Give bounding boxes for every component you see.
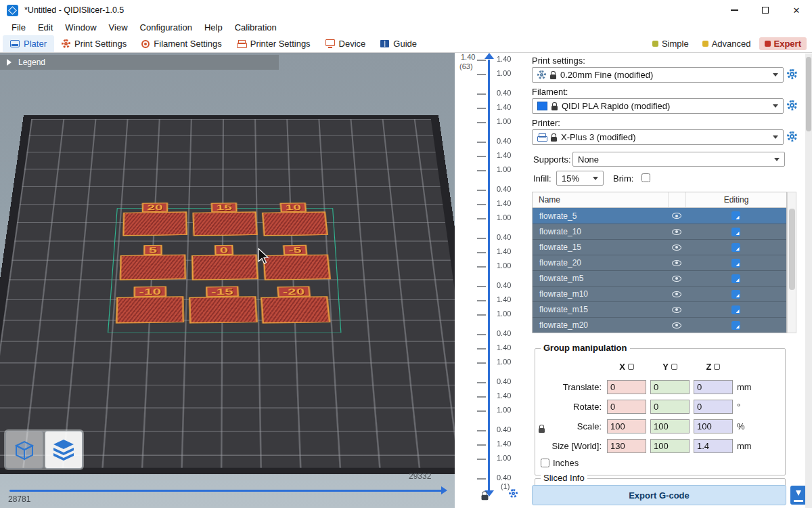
scale-z-input[interactable] — [694, 419, 733, 433]
editing-icon[interactable] — [731, 259, 740, 268]
mode-simple[interactable]: Simple — [647, 37, 694, 50]
scale-x-input[interactable] — [607, 419, 646, 433]
export-gcode-label: Export G-code — [629, 490, 690, 501]
menu-item-edit[interactable]: Edit — [32, 20, 59, 35]
tab-plater[interactable]: Plater — [3, 35, 54, 52]
editor-view-button[interactable] — [5, 431, 43, 469]
world-coords-icon[interactable] — [671, 364, 677, 370]
rotate-z-input[interactable] — [694, 400, 733, 414]
horizontal-slider-handle[interactable] — [441, 486, 447, 494]
edit-filament-gear-icon[interactable] — [787, 100, 797, 110]
menu-item-help[interactable]: Help — [198, 20, 229, 35]
preview-view-button[interactable] — [45, 431, 83, 469]
flow-patch[interactable]: -10 — [116, 296, 184, 323]
translate-x-input[interactable] — [607, 380, 646, 394]
infill-combo[interactable]: 15% — [556, 171, 604, 186]
editing-icon[interactable] — [731, 274, 740, 283]
object-row[interactable]: flowrate_15 — [533, 239, 786, 255]
editing-icon[interactable] — [731, 211, 740, 220]
object-row[interactable]: flowrate_10 — [533, 224, 786, 239]
world-coords-icon[interactable] — [714, 364, 720, 370]
brim-checkbox[interactable] — [641, 173, 650, 182]
minimize-button[interactable] — [719, 0, 750, 20]
translate-y-input[interactable] — [650, 380, 690, 394]
editing-icon[interactable] — [731, 321, 740, 330]
object-list-scrollbar[interactable] — [787, 192, 796, 333]
size-y-input[interactable] — [650, 439, 690, 453]
build-plate[interactable]: 20151050-5-10-15-20 — [0, 115, 455, 474]
mode-advanced[interactable]: Advanced — [697, 37, 757, 50]
horizontal-slider[interactable] — [9, 490, 443, 492]
layer-slider[interactable] — [488, 60, 490, 490]
layer-tick — [477, 218, 486, 219]
visibility-eye-icon[interactable] — [672, 307, 681, 313]
flow-patch[interactable]: 10 — [262, 211, 328, 236]
sidebar-scrollbar[interactable] — [805, 54, 812, 508]
export-gcode-button[interactable]: Export G-code — [532, 485, 786, 505]
flow-patch[interactable]: 5 — [120, 255, 186, 280]
object-row[interactable]: flowrate_m20 — [533, 317, 786, 333]
visibility-eye-icon[interactable] — [672, 229, 681, 235]
tab-filament-settings[interactable]: Filament Settings — [134, 35, 229, 52]
menu-item-view[interactable]: View — [103, 20, 134, 35]
flow-patch[interactable]: 15 — [193, 211, 258, 236]
size-z-input[interactable] — [694, 439, 733, 453]
tab-print-settings[interactable]: Print Settings — [54, 35, 134, 52]
layer-gear-icon[interactable] — [509, 489, 518, 498]
legend-bar[interactable]: Legend — [0, 55, 279, 70]
inches-checkbox[interactable] — [541, 459, 549, 467]
flow-patch[interactable]: 0 — [191, 255, 258, 280]
tab-label: Print Settings — [74, 39, 127, 49]
tab-printer-settings[interactable]: Printer Settings — [229, 35, 318, 52]
printer-combo[interactable]: X-Plus 3 (modified) — [532, 129, 784, 145]
flow-patch[interactable]: -20 — [261, 296, 330, 323]
editing-icon[interactable] — [731, 290, 740, 299]
scrollbar-thumb[interactable] — [789, 209, 795, 290]
rotate-x-input[interactable] — [607, 400, 646, 414]
edit-printer-gear-icon[interactable] — [787, 131, 797, 142]
visibility-eye-icon[interactable] — [672, 260, 681, 266]
scale-y-input[interactable] — [650, 419, 690, 433]
layer-tick-label: 1.40 — [497, 343, 511, 352]
uniform-scale-lock-icon[interactable] — [539, 428, 545, 433]
object-row[interactable]: flowrate_5 — [533, 208, 786, 224]
flow-patch[interactable]: -15 — [189, 296, 257, 323]
editing-icon[interactable] — [731, 243, 740, 252]
scrollbar-thumb[interactable] — [806, 57, 811, 131]
object-row[interactable]: flowrate_m10 — [533, 286, 786, 301]
layer-lock-icon[interactable] — [482, 495, 489, 501]
flow-patch[interactable]: 20 — [122, 211, 187, 236]
print-settings-combo[interactable]: 0.20mm Fine (modified) — [532, 67, 784, 83]
visibility-eye-icon[interactable] — [672, 276, 681, 282]
viewport-3d[interactable]: 20151050-5-10-15-20 Legend 29332 28781 — [0, 53, 455, 508]
rotate-y-input[interactable] — [650, 400, 690, 414]
send-to-printer-button[interactable] — [790, 486, 807, 505]
close-button[interactable]: ✕ — [781, 0, 812, 20]
tab-device[interactable]: Device — [318, 35, 374, 52]
editing-icon[interactable] — [731, 228, 740, 236]
supports-combo[interactable]: None — [572, 152, 785, 167]
object-row[interactable]: flowrate_m5 — [533, 270, 786, 286]
visibility-eye-icon[interactable] — [672, 291, 681, 297]
mode-expert[interactable]: Expert — [759, 37, 807, 50]
menu-item-window[interactable]: Window — [59, 20, 102, 35]
flow-patch[interactable]: -5 — [263, 255, 330, 280]
visibility-eye-icon[interactable] — [672, 245, 681, 251]
edit-print-settings-gear-icon[interactable] — [787, 69, 797, 79]
filament-combo[interactable]: QIDI PLA Rapido (modified) — [532, 98, 784, 114]
editing-icon[interactable] — [731, 305, 740, 314]
layer-tick-label: 1.00 — [497, 406, 511, 414]
layer-slider-upper-handle[interactable] — [484, 53, 494, 59]
menu-item-configuration[interactable]: Configuration — [134, 20, 198, 35]
menu-item-file[interactable]: File — [5, 20, 32, 35]
maximize-button[interactable] — [750, 0, 781, 20]
size-x-input[interactable] — [607, 439, 646, 453]
translate-z-input[interactable] — [694, 380, 733, 394]
tab-guide[interactable]: Guide — [373, 35, 424, 52]
visibility-eye-icon[interactable] — [672, 213, 681, 219]
world-coords-icon[interactable] — [628, 364, 634, 370]
visibility-eye-icon[interactable] — [672, 322, 681, 329]
object-row[interactable]: flowrate_20 — [533, 255, 786, 270]
object-row[interactable]: flowrate_m15 — [533, 301, 786, 317]
menu-item-calibration[interactable]: Calibration — [229, 20, 283, 35]
